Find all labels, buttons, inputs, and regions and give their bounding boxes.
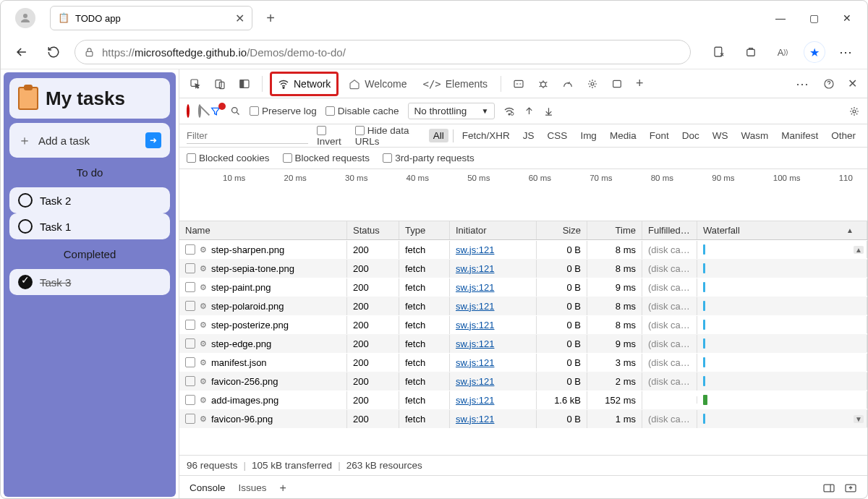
preserve-log-checkbox[interactable]: Preserve log (250, 106, 317, 116)
help-icon[interactable] (819, 75, 839, 93)
tab-close-icon[interactable]: ✕ (235, 12, 244, 25)
table-row[interactable]: ⚙step-sharpen.png200fetchsw.js:1210 B8 m… (179, 240, 867, 259)
back-button[interactable] (11, 41, 33, 63)
scroll-up-icon[interactable]: ▲ (854, 246, 864, 254)
edit-page-icon[interactable] (708, 41, 730, 63)
task-circle-icon[interactable] (18, 193, 33, 208)
table-row[interactable]: ⚙step-posterize.png200fetchsw.js:1210 B8… (179, 315, 867, 334)
throttling-select[interactable]: No throttling▼ (408, 103, 495, 119)
col-type[interactable]: Type (399, 221, 450, 239)
row-checkbox[interactable] (185, 282, 195, 292)
settings-gear-icon[interactable] (582, 75, 603, 93)
invert-checkbox[interactable]: Invert (317, 125, 346, 147)
browser-menu-icon[interactable]: ⋯ (835, 41, 857, 63)
row-initiator[interactable]: sw.js:121 (450, 410, 537, 428)
task-item[interactable]: Task 1 (9, 213, 170, 239)
tab-welcome[interactable]: Welcome (343, 74, 412, 94)
row-initiator[interactable]: sw.js:121 (450, 260, 537, 278)
col-waterfall[interactable]: Waterfall▲ (697, 221, 867, 239)
site-info-icon[interactable] (84, 47, 95, 58)
table-row[interactable]: ⚙add-images.png200fetchsw.js:1211.6 kB15… (179, 391, 867, 409)
col-fulfilled[interactable]: Fulfilled… (642, 221, 697, 239)
command-menu-icon[interactable] (509, 75, 529, 93)
add-task-submit-icon[interactable]: ➜ (145, 132, 161, 148)
row-initiator[interactable]: sw.js:121 (450, 391, 537, 409)
collections-icon[interactable] (740, 41, 762, 63)
hide-data-urls-checkbox[interactable]: Hide data URLs (355, 125, 420, 147)
reading-mode-icon[interactable]: A)) (772, 41, 793, 63)
row-checkbox[interactable] (185, 338, 195, 349)
favorite-star-icon[interactable]: ★ (804, 41, 825, 63)
responsive-icon[interactable] (607, 75, 627, 93)
clear-button[interactable] (198, 106, 201, 116)
inspect-element-icon[interactable] (185, 75, 205, 93)
scroll-down-icon[interactable]: ▼ (854, 415, 864, 423)
third-party-checkbox[interactable]: 3rd-party requests (383, 153, 475, 163)
table-row[interactable]: ⚙step-sepia-tone.png200fetchsw.js:1210 B… (179, 259, 867, 278)
row-checkbox[interactable] (185, 414, 195, 424)
row-initiator[interactable]: sw.js:121 (450, 278, 537, 297)
row-initiator[interactable]: sw.js:121 (450, 241, 537, 259)
window-minimize-icon[interactable]: — (773, 12, 788, 24)
table-row[interactable]: ⚙step-paint.png200fetchsw.js:1210 B9 ms(… (179, 278, 867, 297)
task-circle-icon[interactable] (18, 219, 33, 234)
bug-icon[interactable] (533, 75, 553, 93)
devtools-close-icon[interactable]: ✕ (843, 74, 861, 93)
col-time[interactable]: Time (587, 221, 642, 239)
row-checkbox[interactable] (185, 301, 195, 311)
drawer-add-icon[interactable]: + (280, 482, 286, 495)
tab-network[interactable]: Network (270, 72, 339, 96)
filter-type-media[interactable]: Media (605, 129, 641, 142)
task-check-icon[interactable] (18, 275, 33, 289)
export-har-icon[interactable] (543, 106, 554, 116)
network-timeline[interactable]: 10 ms20 ms30 ms40 ms50 ms60 ms70 ms80 ms… (179, 169, 867, 221)
table-row[interactable]: ⚙step-polaroid.png200fetchsw.js:1210 B8 … (179, 297, 867, 315)
table-row[interactable]: ⚙favicon-96.png200fetchsw.js:1210 B1 ms(… (179, 409, 867, 428)
import-har-icon[interactable] (524, 106, 535, 116)
row-initiator[interactable]: sw.js:121 (450, 372, 537, 391)
row-initiator[interactable]: sw.js:121 (450, 354, 537, 372)
table-row[interactable]: ⚙favicon-256.png200fetchsw.js:1210 B2 ms… (179, 372, 867, 391)
disable-cache-checkbox[interactable]: Disable cache (326, 106, 399, 116)
col-status[interactable]: Status (347, 221, 399, 239)
row-checkbox[interactable] (185, 263, 195, 273)
filter-type-js[interactable]: JS (519, 129, 539, 142)
filter-type-css[interactable]: CSS (543, 129, 572, 142)
table-row[interactable]: ⚙manifest.json200fetchsw.js:1210 B3 ms(d… (179, 353, 867, 372)
task-item[interactable]: Task 2 (9, 187, 170, 213)
row-checkbox[interactable] (185, 244, 195, 255)
filter-type-doc[interactable]: Doc (678, 129, 704, 142)
filter-type-img[interactable]: Img (576, 129, 601, 142)
network-settings-icon[interactable] (848, 106, 860, 117)
record-button[interactable] (187, 106, 190, 116)
performance-icon[interactable] (558, 75, 578, 93)
table-row[interactable]: ⚙step-edge.png200fetchsw.js:1210 B9 ms(d… (179, 334, 867, 353)
col-name[interactable]: Name (179, 221, 347, 239)
filter-type-all[interactable]: All (429, 129, 448, 142)
devtools-menu-icon[interactable]: ⋯ (791, 73, 814, 95)
filter-type-font[interactable]: Font (645, 129, 673, 142)
network-conditions-icon[interactable] (503, 106, 515, 117)
col-initiator[interactable]: Initiator (450, 221, 537, 239)
row-checkbox[interactable] (185, 357, 195, 367)
address-bar[interactable]: https://microsoftedge.github.io/Demos/de… (75, 40, 691, 64)
filter-toggle-icon[interactable] (210, 106, 221, 117)
window-maximize-icon[interactable]: ▢ (807, 12, 821, 24)
refresh-button[interactable] (43, 41, 64, 63)
dock-side-icon[interactable] (234, 75, 255, 93)
row-initiator[interactable]: sw.js:121 (450, 335, 537, 353)
filter-type-fetchxhr[interactable]: Fetch/XHR (458, 129, 514, 142)
drawer-tab-issues[interactable]: Issues (239, 482, 267, 493)
new-tab-button[interactable]: + (260, 7, 281, 29)
row-checkbox[interactable] (185, 376, 195, 386)
filter-type-ws[interactable]: WS (708, 129, 733, 142)
drawer-dock-icon[interactable] (822, 483, 835, 493)
window-close-icon[interactable]: ✕ (840, 12, 854, 24)
tab-elements[interactable]: </> Elements (417, 74, 493, 94)
row-checkbox[interactable] (185, 395, 195, 405)
drawer-tab-console[interactable]: Console (190, 482, 226, 493)
device-emulation-icon[interactable] (210, 75, 230, 93)
filter-type-wasm[interactable]: Wasm (736, 129, 773, 142)
filter-type-other[interactable]: Other (827, 129, 860, 142)
filter-input[interactable] (187, 128, 308, 144)
